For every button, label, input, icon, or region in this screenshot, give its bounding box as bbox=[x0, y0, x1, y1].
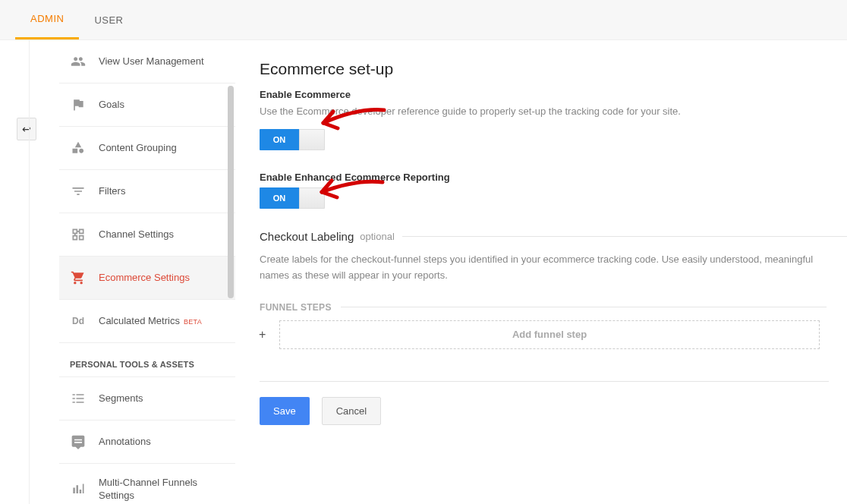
channel-icon bbox=[70, 226, 87, 243]
enable-ecommerce-desc: Use the Ecommerce developer reference gu… bbox=[260, 105, 847, 118]
back-button[interactable]: ↩ bbox=[17, 118, 36, 140]
enable-enhanced-heading: Enable Enhanced Ecommerce Reporting bbox=[260, 172, 847, 183]
cart-icon bbox=[70, 269, 87, 286]
flag-icon bbox=[70, 96, 87, 113]
divider-vertical bbox=[29, 40, 30, 504]
toggle-on-label: ON bbox=[260, 187, 299, 209]
toggle-knob bbox=[299, 187, 325, 209]
sidebar-item-view-user-management[interactable]: View User Management bbox=[59, 40, 235, 83]
sidebar-item-goals[interactable]: Goals bbox=[59, 83, 235, 127]
sidebar-item-label: Content Grouping bbox=[99, 142, 177, 155]
enable-enhanced-toggle[interactable]: ON bbox=[260, 187, 325, 209]
sidebar-item-channel-settings[interactable]: Channel Settings bbox=[59, 213, 235, 257]
save-button[interactable]: Save bbox=[260, 397, 310, 425]
sidebar-section-title: PERSONAL TOOLS & ASSETS bbox=[59, 343, 235, 377]
sidebar-item-label: Annotations bbox=[99, 436, 151, 449]
back-arrow-icon: ↩ bbox=[22, 123, 31, 135]
sidebar-item-label: View User Management bbox=[99, 55, 204, 68]
divider bbox=[260, 381, 829, 382]
tab-admin[interactable]: ADMIN bbox=[15, 0, 79, 39]
divider bbox=[341, 307, 827, 307]
plus-icon: + bbox=[259, 328, 266, 342]
sidebar-item-label: Filters bbox=[99, 185, 125, 198]
checkout-desc: Create labels for the checkout-funnel st… bbox=[260, 252, 821, 284]
funnel-steps-label: FUNNEL STEPS bbox=[260, 302, 332, 313]
sidebar-scrollbar[interactable] bbox=[228, 86, 234, 298]
enable-ecommerce-heading: Enable Ecommerce bbox=[260, 89, 847, 100]
sidebar-item-label: Segments bbox=[99, 392, 143, 405]
checkout-labeling-title: Checkout Labeling bbox=[260, 230, 354, 243]
sidebar-item-label: Calculated MetricsBETA bbox=[99, 315, 202, 328]
enable-ecommerce-toggle[interactable]: ON bbox=[260, 129, 325, 150]
dd-icon: Dd bbox=[70, 313, 87, 329]
add-funnel-step-button[interactable]: + Add funnel step bbox=[279, 320, 820, 349]
sidebar-item-filters[interactable]: Filters bbox=[59, 170, 235, 213]
divider bbox=[402, 236, 847, 237]
toggle-on-label: ON bbox=[260, 129, 299, 150]
sidebar-item-annotations[interactable]: Annotations bbox=[59, 421, 235, 464]
sidebar-item-label: Ecommerce Settings bbox=[99, 272, 190, 285]
grouping-icon bbox=[70, 140, 87, 156]
sidebar-item-ecommerce-settings[interactable]: Ecommerce Settings bbox=[59, 257, 235, 300]
add-funnel-step-label: Add funnel step bbox=[512, 329, 587, 340]
sidebar-item-calculated-metrics[interactable]: Dd Calculated MetricsBETA bbox=[59, 300, 235, 343]
sidebar-item-segments[interactable]: Segments bbox=[59, 377, 235, 421]
toggle-knob bbox=[299, 129, 325, 150]
sidebar-item-label: Multi-Channel Funnels Settings bbox=[99, 477, 197, 502]
sidebar-item-label: Goals bbox=[99, 99, 124, 112]
segments-icon bbox=[70, 390, 87, 407]
bars-icon bbox=[70, 481, 87, 498]
sidebar-item-label: Channel Settings bbox=[99, 228, 174, 241]
annotations-icon bbox=[70, 433, 87, 450]
page-title: Ecommerce set-up bbox=[260, 60, 847, 78]
sidebar-item-multichannel-funnels[interactable]: Multi-Channel Funnels Settings bbox=[59, 464, 235, 504]
tab-user[interactable]: USER bbox=[79, 2, 138, 39]
cancel-button[interactable]: Cancel bbox=[322, 397, 381, 425]
filter-icon bbox=[70, 183, 87, 200]
sidebar-item-content-grouping[interactable]: Content Grouping bbox=[59, 127, 235, 170]
people-icon bbox=[70, 53, 87, 70]
checkout-optional-label: optional bbox=[360, 231, 395, 242]
